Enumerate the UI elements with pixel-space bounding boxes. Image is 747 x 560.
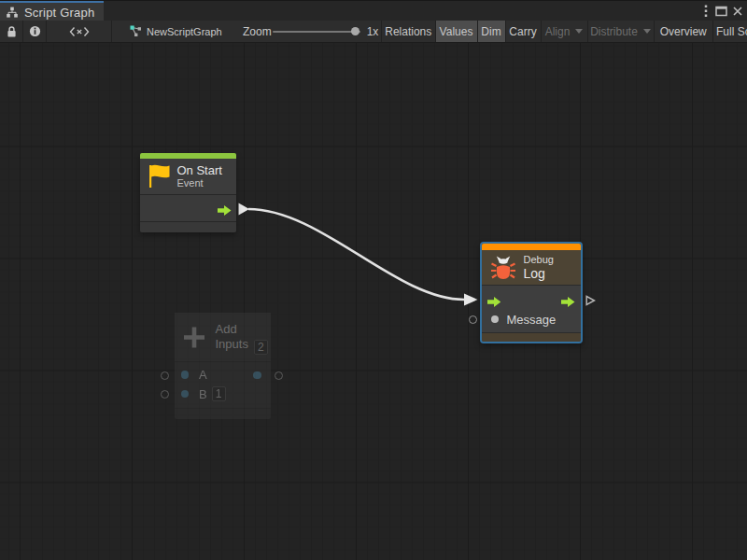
add-a-external-port[interactable] (161, 371, 169, 380)
add-out-external-port[interactable] (275, 371, 283, 380)
wire-start-arrowhead (239, 203, 250, 216)
trigger-output-port[interactable] (561, 294, 575, 311)
window-menu-icon[interactable] (698, 1, 713, 21)
input-a-label: A (199, 368, 207, 382)
on-start-header: On Start Event (140, 159, 236, 195)
window-controls (698, 1, 745, 21)
info-icon[interactable] (23, 21, 46, 42)
node-on-start[interactable]: On Start Event (140, 153, 236, 233)
title-bar: Script Graph (0, 0, 747, 21)
chevron-down-icon (643, 29, 651, 34)
close-icon[interactable] (729, 1, 745, 21)
zoom-value: 1x (367, 25, 379, 38)
input-b-value-field[interactable]: 1 (212, 386, 226, 401)
node-subtitle: Event (177, 177, 222, 189)
tab-script-graph[interactable]: Script Graph (0, 1, 104, 21)
maximize-icon[interactable] (713, 1, 729, 21)
trigger-output-port[interactable] (218, 203, 232, 219)
node-category: Debug (524, 254, 554, 266)
message-external-port[interactable] (469, 315, 477, 324)
code-view-icon[interactable] (47, 21, 111, 42)
distribute-dropdown[interactable]: Distribute (588, 21, 654, 42)
input-row-b: B 1 (175, 385, 271, 404)
align-label: Align (545, 25, 571, 38)
graph-toolbar: NewScriptGraph Zoom 1x Relations Values … (0, 21, 747, 43)
connection-wire (0, 43, 747, 560)
values-button[interactable]: Values (436, 21, 477, 42)
overview-button[interactable]: Overview (655, 21, 713, 42)
add-b-external-port[interactable] (161, 390, 169, 399)
value-input-port[interactable] (181, 371, 190, 379)
wire-end-arrowhead (464, 294, 478, 306)
message-input-row: Message (482, 309, 557, 329)
flag-icon (147, 162, 172, 189)
wire-path (248, 209, 464, 300)
graph-asset-button[interactable]: NewScriptGraph (112, 21, 233, 42)
lock-icon[interactable] (0, 21, 22, 42)
script-graph-window: Script Graph (0, 0, 747, 560)
tab-label: Script Graph (24, 6, 94, 20)
zoom-slider[interactable] (273, 27, 360, 36)
carry-button[interactable]: Carry (506, 21, 541, 42)
message-label: Message (507, 313, 557, 327)
graph-canvas[interactable]: On Start Event (0, 43, 747, 560)
align-dropdown[interactable]: Align (542, 21, 587, 42)
bug-icon (490, 254, 516, 281)
value-input-port[interactable] (181, 390, 190, 399)
debug-body: Message (482, 285, 581, 332)
sitemap-icon (6, 6, 19, 19)
node-add[interactable]: Add Inputs 2 A B 1 (175, 313, 271, 419)
zoom-slider-track (273, 31, 360, 33)
distribute-label: Distribute (590, 25, 638, 38)
input-b-label: B (199, 387, 207, 401)
trigger-input-port[interactable] (487, 294, 501, 311)
debug-color-bar (482, 244, 581, 250)
relations-button[interactable]: Relations (382, 21, 435, 42)
on-start-body (140, 194, 236, 221)
node-title: Log (524, 266, 554, 282)
value-input-port[interactable] (491, 315, 499, 323)
dim-button[interactable]: Dim (478, 21, 505, 42)
fullscreen-button[interactable]: Full Screen (713, 21, 747, 42)
node-subtitle: Inputs (216, 337, 248, 352)
zoom-area: Zoom 1x (233, 21, 381, 42)
debug-header: Debug Log (482, 250, 581, 285)
zoom-slider-thumb[interactable] (351, 27, 359, 35)
inputs-count-field[interactable]: 2 (254, 340, 268, 355)
node-title: Add (216, 322, 248, 337)
add-body: A B 1 (175, 361, 271, 408)
node-debug-log[interactable]: Debug Log Message (480, 242, 583, 343)
node-title: On Start (177, 163, 222, 177)
debug-footer (482, 332, 581, 342)
add-header: Add Inputs 2 (175, 313, 271, 361)
plus-icon (182, 325, 206, 350)
graph-name: NewScriptGraph (147, 26, 222, 37)
trigger-external-port[interactable] (585, 295, 596, 306)
zoom-label: Zoom (243, 25, 272, 38)
chevron-down-icon (575, 29, 583, 34)
script-graph-icon (130, 25, 142, 37)
value-output-port[interactable] (253, 371, 261, 380)
add-footer (175, 408, 271, 419)
on-start-footer (140, 221, 236, 232)
